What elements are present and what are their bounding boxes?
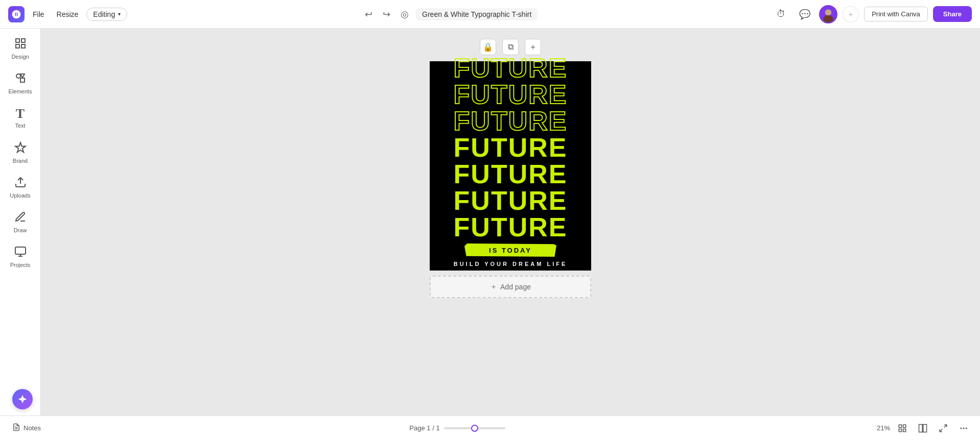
build-dream-text: BUILD YOUR DREAM LIFE bbox=[454, 261, 568, 267]
timer-button[interactable]: ⏱ bbox=[772, 5, 790, 23]
redo-button[interactable]: ↪ bbox=[380, 7, 393, 22]
magic-assistant-button[interactable] bbox=[12, 389, 33, 409]
svg-rect-3 bbox=[16, 39, 19, 42]
tshirt-design: FUTURE FUTURE FUTURE FUTURE FUTURE FUTUR… bbox=[430, 61, 591, 271]
main-content: Design Elements T Text Brand bbox=[0, 29, 980, 415]
add-page-label: Add page bbox=[500, 283, 531, 291]
svg-point-26 bbox=[966, 427, 967, 429]
sidebar-item-uploads-label: Uploads bbox=[10, 192, 30, 199]
zoom-slider-thumb[interactable] bbox=[471, 425, 478, 432]
svg-rect-20 bbox=[919, 424, 923, 432]
design-title: Green & White Typographic T-shirt bbox=[416, 8, 538, 20]
svg-rect-17 bbox=[903, 425, 906, 427]
svg-rect-8 bbox=[20, 78, 25, 82]
svg-rect-18 bbox=[899, 429, 901, 431]
collaborators-button[interactable]: + bbox=[843, 6, 859, 22]
svg-rect-5 bbox=[16, 44, 19, 48]
add-page-button[interactable]: ＋ Add page bbox=[430, 276, 591, 298]
print-button[interactable]: Print with Canva bbox=[864, 7, 928, 21]
svg-point-2 bbox=[823, 15, 833, 22]
notes-label: Notes bbox=[24, 424, 41, 432]
sidebar-item-brand-label: Brand bbox=[13, 158, 28, 164]
zoom-level: 21% bbox=[870, 424, 890, 432]
notes-button[interactable]: Notes bbox=[8, 421, 45, 435]
sidebar-item-text-label: Text bbox=[15, 123, 25, 129]
future-line-3: FUTURE bbox=[454, 108, 568, 134]
top-toolbar: File Resize Editing ▾ ↩ ↪ ◎ Green & Whit… bbox=[0, 0, 980, 29]
svg-rect-11 bbox=[15, 247, 26, 254]
future-line-7: FUTURE bbox=[454, 214, 568, 240]
editing-button[interactable]: Editing ▾ bbox=[86, 8, 127, 21]
toolbar-center: ↩ ↪ ◎ Green & White Typographic T-shirt bbox=[133, 7, 766, 22]
brand-icon bbox=[14, 141, 27, 156]
overflow-button[interactable] bbox=[955, 420, 972, 436]
svg-point-25 bbox=[963, 427, 965, 429]
sidebar-item-design[interactable]: Design bbox=[2, 33, 39, 65]
sidebar-item-elements-label: Elements bbox=[9, 88, 32, 95]
undo-button[interactable]: ↩ bbox=[362, 7, 376, 22]
bottom-center: Page 1 / 1 bbox=[409, 424, 505, 432]
bottom-left: Notes bbox=[8, 421, 45, 435]
page-indicator: Page 1 / 1 bbox=[409, 424, 439, 432]
elements-icon bbox=[14, 72, 27, 86]
svg-rect-19 bbox=[903, 429, 906, 431]
multi-view-button[interactable] bbox=[915, 420, 931, 436]
svg-rect-4 bbox=[21, 39, 25, 42]
toolbar-right: ⏱ 💬 + Print with Canva Share bbox=[772, 5, 972, 23]
is-today-text: IS TODAY bbox=[489, 247, 532, 254]
zoom-slider-track[interactable] bbox=[444, 427, 505, 429]
svg-rect-21 bbox=[923, 424, 927, 432]
bottom-right: 21% bbox=[870, 420, 972, 436]
editing-chevron: ▾ bbox=[118, 11, 121, 17]
expand-view-button[interactable] bbox=[935, 420, 951, 436]
future-line-5: FUTURE bbox=[454, 161, 568, 187]
future-line-6: FUTURE bbox=[454, 187, 568, 214]
resize-button[interactable]: Resize bbox=[53, 8, 83, 20]
text-icon: T bbox=[16, 107, 25, 120]
toolbar-left: File Resize Editing ▾ bbox=[8, 6, 127, 22]
sidebar-item-draw-label: Draw bbox=[14, 227, 27, 234]
svg-line-22 bbox=[944, 425, 947, 427]
clear-button[interactable]: ◎ bbox=[398, 7, 412, 22]
svg-rect-16 bbox=[899, 425, 901, 427]
file-button[interactable]: File bbox=[29, 8, 49, 20]
uploads-icon bbox=[14, 176, 27, 190]
projects-icon bbox=[14, 246, 27, 260]
future-line-1: FUTURE bbox=[454, 55, 568, 81]
design-canvas[interactable]: FUTURE FUTURE FUTURE FUTURE FUTURE FUTUR… bbox=[430, 61, 591, 271]
svg-point-7 bbox=[16, 74, 20, 78]
sidebar-item-projects[interactable]: Projects bbox=[2, 241, 39, 274]
svg-line-23 bbox=[940, 429, 942, 431]
future-line-2: FUTURE bbox=[454, 81, 568, 108]
is-today-wrapper: IS TODAY bbox=[464, 243, 556, 257]
avatar[interactable] bbox=[819, 5, 837, 23]
sidebar-item-draw[interactable]: Draw bbox=[2, 206, 39, 239]
app-logo[interactable] bbox=[8, 6, 25, 22]
add-page-icon: ＋ bbox=[490, 282, 497, 291]
sidebar-item-text[interactable]: T Text bbox=[2, 102, 39, 135]
grid-view-button[interactable] bbox=[894, 420, 911, 436]
future-line-4: FUTURE bbox=[454, 134, 568, 161]
editing-label: Editing bbox=[93, 10, 115, 18]
sidebar-item-elements[interactable]: Elements bbox=[2, 67, 39, 100]
share-button[interactable]: Share bbox=[933, 6, 972, 22]
svg-marker-9 bbox=[20, 74, 25, 78]
comment-button[interactable]: 💬 bbox=[796, 5, 814, 23]
future-text-stack: FUTURE FUTURE FUTURE FUTURE FUTURE FUTUR… bbox=[454, 55, 568, 267]
bottom-bar: Notes Page 1 / 1 21% bbox=[0, 415, 980, 440]
svg-point-24 bbox=[960, 427, 962, 429]
sidebar-item-uploads[interactable]: Uploads bbox=[2, 172, 39, 204]
sidebar-item-brand[interactable]: Brand bbox=[2, 137, 39, 169]
notes-icon bbox=[12, 423, 20, 433]
svg-point-1 bbox=[825, 9, 831, 15]
design-icon bbox=[14, 37, 27, 52]
draw-icon bbox=[14, 211, 27, 225]
sidebar-item-design-label: Design bbox=[11, 54, 29, 60]
sidebar: Design Elements T Text Brand bbox=[0, 29, 41, 415]
sidebar-item-projects-label: Projects bbox=[10, 262, 31, 268]
canvas-area[interactable]: 🔒 ⧉ ＋ FUTURE FUTURE FUTURE FUTURE FUTURE bbox=[41, 29, 980, 415]
svg-rect-6 bbox=[21, 44, 25, 48]
